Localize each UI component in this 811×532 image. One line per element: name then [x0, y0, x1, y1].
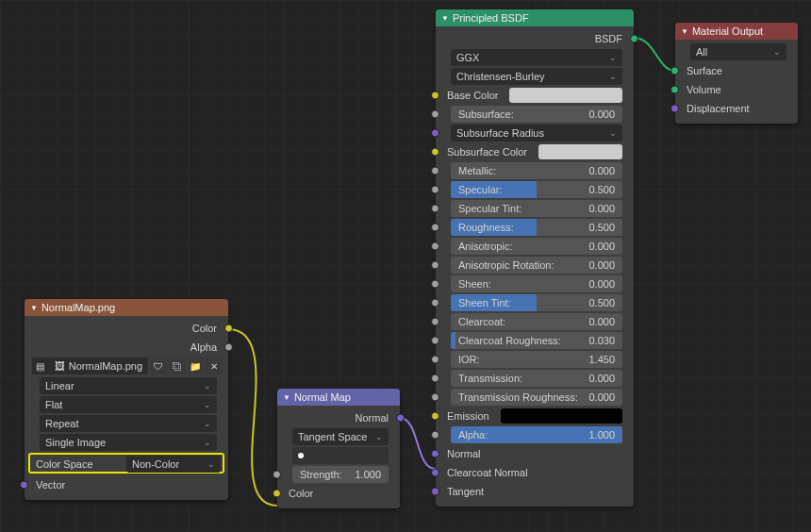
node-header[interactable]: ▼ Normal Map	[277, 389, 400, 406]
uvmap-dropdown[interactable]	[292, 447, 389, 464]
image-texture-node[interactable]: ▼ NormalMap.png Color Alpha ▤ 🖼 NormalMa…	[25, 299, 228, 500]
socket-in-cc-normal[interactable]	[431, 468, 439, 476]
output-color: Color	[25, 319, 228, 337]
clearcoat-slider[interactable]: Clearcoat:0.000	[451, 313, 622, 330]
node-header[interactable]: ▼ NormalMap.png	[25, 299, 228, 316]
socket-in-aniso-rot[interactable]	[431, 260, 439, 269]
normal-map-node[interactable]: ▼ Normal Map Normal Tangent Space⌄ Stren…	[277, 389, 400, 508]
chevron-down-icon: ⌄	[609, 72, 617, 81]
chevron-down-icon: ⌄	[375, 432, 383, 441]
aniso-rot-slider[interactable]: Anisotropic Rotation:0.000	[451, 257, 622, 274]
socket-in-surface[interactable]	[670, 66, 679, 75]
socket-out-normal[interactable]	[396, 413, 405, 422]
socket-in-sheen[interactable]	[431, 279, 439, 288]
color-space-dropdown[interactable]: Non-Color⌄	[126, 456, 221, 473]
socket-in-clearcoat[interactable]	[431, 317, 439, 325]
socket-in-specular[interactable]	[431, 185, 439, 193]
transmission-slider[interactable]: Transmission:0.000	[451, 370, 622, 387]
socket-in-ior[interactable]	[431, 355, 439, 363]
socket-out-bsdf[interactable]	[630, 34, 638, 42]
duplicate-icon[interactable]: ⿻	[169, 357, 186, 374]
strength-slider[interactable]: Strength:1.000	[292, 466, 389, 483]
socket-in-spec-tint[interactable]	[431, 204, 439, 212]
image-icon: 🖼	[55, 360, 65, 372]
socket-in-normal[interactable]	[431, 449, 439, 457]
chevron-down-icon: ⌄	[773, 47, 781, 57]
target-dropdown[interactable]: All⌄	[690, 43, 786, 60]
aniso-slider[interactable]: Anisotropic:0.000	[451, 238, 622, 255]
space-dropdown[interactable]: Tangent Space⌄	[292, 428, 389, 445]
socket-out-alpha[interactable]	[224, 342, 233, 351]
trans-rough-slider[interactable]: Transmission Roughness:0.000	[451, 389, 622, 406]
sheen-tint-slider[interactable]: Sheen Tint:0.500	[451, 294, 622, 311]
source-dropdown[interactable]: Single Image⌄	[40, 434, 217, 451]
ior-slider[interactable]: IOR:1.450	[451, 351, 622, 368]
alpha-slider[interactable]: Alpha:1.000	[451, 426, 622, 443]
socket-in-subsurf-color[interactable]	[431, 147, 439, 156]
output-alpha: Alpha	[25, 338, 228, 356]
chevron-down-icon: ⌄	[204, 381, 211, 391]
image-name[interactable]: NormalMap.png	[69, 360, 142, 372]
node-title: Normal Map	[294, 391, 351, 403]
socket-in-metallic[interactable]	[431, 166, 439, 175]
socket-in-volume[interactable]	[670, 85, 679, 93]
socket-in-subsurf-radius[interactable]	[431, 128, 439, 137]
distribution-dropdown[interactable]: GGX⌄	[451, 49, 622, 66]
open-icon[interactable]: 📁	[188, 357, 205, 374]
node-header[interactable]: ▼ Principled BSDF	[436, 9, 634, 26]
socket-in-displacement[interactable]	[670, 104, 679, 112]
socket-in-base-color[interactable]	[431, 91, 439, 99]
socket-in-aniso[interactable]	[431, 241, 439, 250]
socket-in-transmission[interactable]	[431, 374, 439, 382]
extension-dropdown[interactable]: Repeat⌄	[40, 415, 217, 432]
sss-method-dropdown[interactable]: Christensen-Burley⌄	[451, 68, 622, 85]
principled-bsdf-node[interactable]: ▼ Principled BSDF BSDF GGX⌄ Christensen-…	[436, 9, 634, 507]
sheen-slider[interactable]: Sheen:0.000	[451, 275, 622, 292]
fake-user-icon[interactable]: 🛡	[150, 357, 167, 374]
specular-slider[interactable]: Specular:0.500	[451, 181, 622, 198]
node-header[interactable]: ▼ Material Output	[675, 23, 798, 40]
unlink-icon[interactable]: ✕	[206, 357, 223, 374]
metallic-slider[interactable]: Metallic:0.000	[451, 162, 622, 179]
socket-in-roughness[interactable]	[431, 223, 439, 231]
socket-in-subsurface[interactable]	[431, 109, 439, 118]
socket-in-trans-rough[interactable]	[431, 392, 439, 401]
strength-row: Strength:1.000	[277, 465, 400, 483]
base-color-swatch[interactable]	[509, 88, 622, 103]
image-browse-icon[interactable]: ▤	[32, 357, 49, 374]
subsurf-color-swatch[interactable]	[538, 144, 622, 159]
image-file-field[interactable]: ▤ 🖼 NormalMap.png 🛡 ⿻ 📁 ✕	[30, 357, 223, 374]
spec-tint-slider[interactable]: Specular Tint:0.000	[451, 200, 622, 217]
output-normal: Normal	[277, 408, 400, 426]
color-space-field[interactable]: Color Space Non-Color⌄	[28, 453, 224, 474]
socket-out-color[interactable]	[224, 324, 233, 332]
socket-in-cc-rough[interactable]	[431, 336, 439, 344]
cc-rough-slider[interactable]: Clearcoat Roughness:0.030	[451, 332, 622, 349]
chevron-down-icon: ⌄	[204, 400, 211, 409]
socket-in-color[interactable]	[273, 489, 281, 497]
socket-in-strength[interactable]	[273, 470, 281, 478]
roughness-slider[interactable]: Roughness:0.500	[451, 219, 622, 236]
interp-dropdown[interactable]: Linear⌄	[40, 377, 217, 394]
subsurf-radius-dropdown[interactable]: Subsurface Radius⌄	[451, 125, 622, 141]
chevron-down-icon: ⌄	[609, 53, 617, 62]
collapse-icon[interactable]: ▼	[30, 304, 38, 312]
emission-swatch[interactable]	[501, 408, 622, 424]
socket-in-alpha[interactable]	[431, 430, 439, 439]
collapse-icon[interactable]: ▼	[283, 393, 290, 402]
base-color-row: Base Color	[436, 86, 634, 104]
material-output-node[interactable]: ▼ Material Output All⌄ Surface Volume Di…	[675, 23, 798, 124]
socket-in-vector[interactable]	[20, 480, 28, 489]
subsurface-slider[interactable]: Subsurface:0.000	[451, 106, 622, 123]
chevron-down-icon: ⌄	[204, 419, 211, 428]
input-vector: Vector	[25, 475, 228, 493]
node-title: Material Output	[692, 25, 763, 37]
chevron-down-icon: ⌄	[207, 459, 215, 469]
socket-in-emission[interactable]	[431, 411, 439, 420]
collapse-icon[interactable]: ▼	[441, 14, 449, 23]
socket-in-sheen-tint[interactable]	[431, 298, 439, 307]
output-bsdf: BSDF	[436, 29, 634, 47]
projection-dropdown[interactable]: Flat⌄	[40, 396, 217, 413]
socket-in-tangent[interactable]	[431, 487, 439, 495]
collapse-icon[interactable]: ▼	[681, 27, 688, 36]
